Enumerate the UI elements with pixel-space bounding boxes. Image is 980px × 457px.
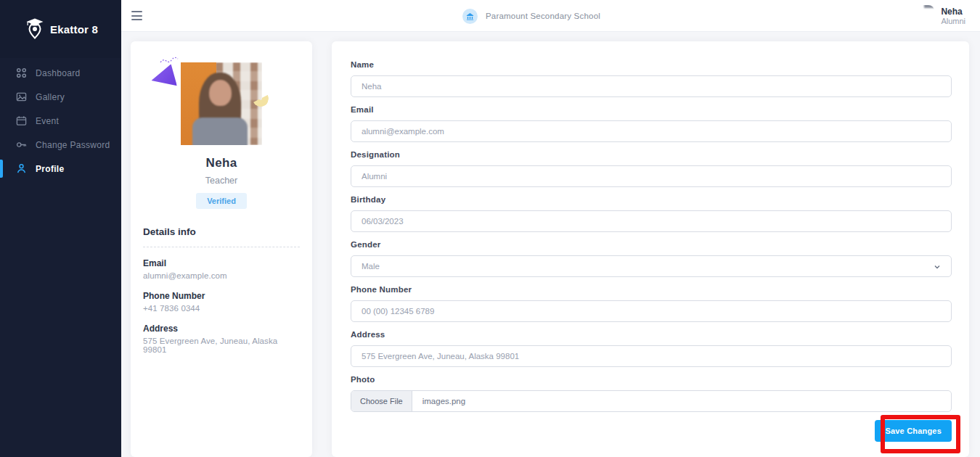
address-field[interactable] — [351, 345, 952, 367]
sidebar-item-label: Event — [36, 116, 59, 126]
main-content: Neha Teacher Verified Details info Email… — [121, 32, 980, 457]
dashboard-grid-icon — [16, 67, 27, 78]
edit-profile-form-card: Name Email Designation Birthday Gender M… — [332, 41, 969, 457]
person-icon — [16, 163, 27, 174]
name-field[interactable] — [351, 75, 952, 97]
triangle-decoration — [150, 64, 177, 90]
detail-item-phone: Phone Number +41 7836 0344 — [143, 291, 300, 313]
detail-value: +41 7836 0344 — [143, 304, 300, 313]
photo-label: Photo — [351, 375, 952, 384]
sidebar-item-label: Dashboard — [36, 68, 80, 78]
sidebar-item-profile[interactable]: Profile — [0, 157, 121, 181]
profile-photo — [181, 62, 262, 145]
event-calendar-icon — [16, 115, 27, 126]
detail-value: alumni@example.com — [143, 271, 300, 280]
key-icon — [16, 139, 27, 150]
app-window: Ekattor 8 Dashboard — [0, 0, 980, 457]
detail-value: 575 Evergreen Ave, Juneau, Alaska 99801 — [143, 337, 300, 354]
sidebar-item-label: Profile — [36, 164, 64, 174]
designation-field[interactable] — [351, 165, 952, 187]
profile-summary-card: Neha Teacher Verified Details info Email… — [131, 41, 312, 457]
sidebar-item-label: Change Password — [36, 140, 110, 150]
sidebar-item-label: Gallery — [36, 92, 65, 102]
email-label: Email — [351, 105, 952, 114]
sidebar-item-gallery[interactable]: Gallery — [0, 85, 121, 109]
dashed-divider — [143, 247, 300, 247]
detail-label: Email — [143, 258, 300, 268]
school-selector[interactable]: Paramount Secondary School — [462, 5, 600, 27]
save-changes-button[interactable]: Save Changes — [875, 420, 952, 442]
sidebar-nav: Dashboard Gallery — [0, 58, 121, 181]
file-name-text: images.png — [412, 391, 465, 411]
chevron-down-icon — [934, 263, 941, 271]
school-name: Paramount Secondary School — [486, 12, 600, 20]
gender-selected-value: Male — [362, 262, 380, 271]
sidebar: Ekattor 8 Dashboard — [0, 0, 121, 457]
top-header: Paramount Secondary School Neha Alumni — [121, 0, 980, 32]
logo-text: Ekattor 8 — [50, 23, 98, 36]
detail-item-email: Email alumni@example.com — [143, 258, 300, 280]
birthday-field[interactable] — [351, 210, 952, 232]
gender-select[interactable]: Male — [351, 255, 952, 277]
gallery-image-icon — [16, 91, 27, 102]
profile-name: Neha — [143, 156, 300, 170]
detail-label: Address — [143, 324, 300, 334]
user-avatar — [912, 5, 934, 27]
ekattor-logo-icon — [26, 18, 44, 40]
photo-file-input[interactable]: Choose File images.png — [351, 390, 952, 412]
sidebar-item-change-password[interactable]: Change Password — [0, 133, 121, 157]
email-field[interactable] — [351, 120, 952, 142]
phone-field[interactable] — [351, 300, 952, 322]
sidebar-item-dashboard[interactable]: Dashboard — [0, 61, 121, 85]
name-label: Name — [351, 60, 952, 69]
detail-item-address: Address 575 Evergreen Ave, Juneau, Alask… — [143, 324, 300, 354]
phone-label: Phone Number — [351, 285, 952, 294]
hamburger-menu-icon[interactable] — [131, 11, 142, 20]
address-label: Address — [351, 330, 952, 339]
gender-label: Gender — [351, 240, 952, 249]
details-info-title: Details info — [143, 226, 300, 237]
choose-file-button[interactable]: Choose File — [351, 391, 412, 411]
sidebar-item-event[interactable]: Event — [0, 109, 121, 133]
header-user-name: Neha — [941, 7, 965, 17]
school-building-icon — [462, 9, 478, 24]
verified-badge: Verified — [196, 193, 247, 209]
profile-role: Teacher — [143, 176, 300, 186]
squiggle-decoration — [160, 56, 179, 65]
designation-label: Designation — [351, 150, 952, 159]
detail-label: Phone Number — [143, 291, 300, 301]
header-user-menu[interactable]: Neha Alumni — [912, 5, 965, 27]
logo[interactable]: Ekattor 8 — [0, 0, 121, 58]
birthday-label: Birthday — [351, 195, 952, 204]
header-user-role: Alumni — [941, 17, 965, 26]
